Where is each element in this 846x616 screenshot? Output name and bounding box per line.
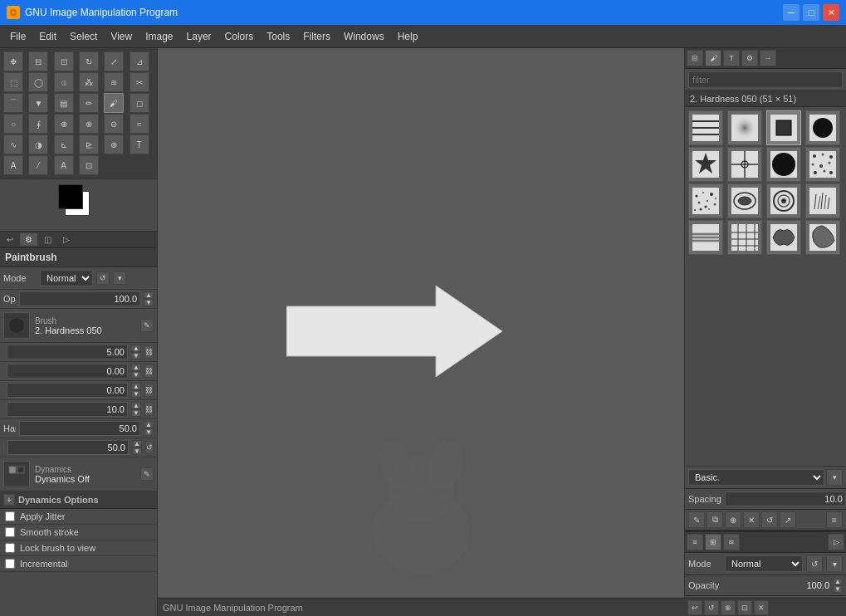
tool-pencil[interactable]: ✏ [79,93,99,113]
brush-cell-org4[interactable] [805,220,840,255]
brush-cell-dots1[interactable] [805,147,840,182]
brush-filter-input[interactable] [688,71,843,88]
mode-down-btn[interactable]: ▾ [113,271,126,285]
rp-tab-icon1[interactable]: ⊟ [687,50,703,66]
tool-gradient[interactable]: ▤ [54,93,74,113]
brush-cell-square[interactable] [766,110,801,145]
brush-cell-xhatch[interactable] [727,220,762,255]
canvas-area[interactable] [158,48,684,616]
rp-mode-undo[interactable]: ↺ [806,555,823,572]
smooth-stroke-checkbox[interactable] [5,527,15,537]
dynamics-preview[interactable] [3,461,30,487]
tool-measure[interactable]: ⊾ [54,134,74,154]
aspect-down[interactable]: ▼ [131,371,141,379]
rp-menu-btn[interactable]: ≡ [826,511,843,528]
force-up[interactable]: ▲ [132,440,142,447]
rp-tab-arrow[interactable]: → [760,50,776,66]
rp-refresh-btn[interactable]: ↺ [761,511,778,528]
tool-zoom[interactable]: ⊕ [104,134,124,154]
menu-view[interactable]: View [104,27,139,46]
rs-btn1[interactable]: ↩ [687,600,702,615]
tool-perspective[interactable]: ⊿ [130,51,149,71]
brush-cell-hard-lg[interactable] [766,147,801,182]
menu-select[interactable]: Select [63,27,104,46]
foreground-color[interactable] [58,184,83,209]
size-link-btn[interactable]: ⛓ [144,345,154,359]
tool-align[interactable]: ⊟ [28,51,48,71]
size-down[interactable]: ▼ [131,352,141,359]
menu-windows[interactable]: Windows [337,27,391,46]
rp-mode-down[interactable]: ▾ [826,555,843,572]
maximize-button[interactable]: □ [803,4,819,21]
spacing-link-btn[interactable]: ⛓ [144,403,154,416]
dynamics-options-add[interactable]: + [3,494,15,506]
tool-a4[interactable]: ⊡ [79,155,99,175]
tool-ink[interactable]: ∮ [28,114,48,134]
tool-rect-select[interactable]: ⬚ [3,72,23,92]
tool-select-by-color[interactable]: ≋ [104,72,124,92]
aspect-up[interactable]: ▲ [131,364,141,371]
close-button[interactable]: ✕ [823,4,839,21]
rp-tab-text[interactable]: T [723,50,740,66]
rp-delete-btn[interactable]: ✕ [743,511,760,528]
incremental-checkbox[interactable] [5,559,15,569]
tool-a2[interactable]: ∕ [28,155,48,175]
tool-blur-sharpen[interactable]: ≈ [130,114,149,134]
brush-cell-star[interactable] [688,147,723,182]
hardness-down[interactable]: ▼ [144,428,154,436]
rp-tab-brushes[interactable]: 🖌 [705,50,721,66]
tool-scissors[interactable]: ✂ [130,72,149,92]
menu-file[interactable]: File [3,27,32,46]
aspect-input[interactable] [7,364,128,379]
force-reset-btn[interactable]: ↺ [145,441,154,454]
rp-s2-tab2[interactable]: ⊞ [705,534,721,550]
angle-down[interactable]: ▼ [131,390,141,398]
rp-tab-gear[interactable]: ⚙ [741,50,758,66]
tool-heal[interactable]: ⊗ [79,114,99,134]
minimize-button[interactable]: ─ [783,4,800,21]
lock-brush-checkbox[interactable] [5,543,15,553]
tool-airbrush[interactable]: ○ [3,114,23,134]
rp-preset-chevron[interactable]: ▾ [826,469,843,486]
tool-scale[interactable]: ⤢ [104,51,124,71]
rp-s2-tab3[interactable]: ≋ [723,534,740,550]
rs-btn2[interactable]: ↺ [704,600,719,615]
rp-s2-tab1[interactable]: ≡ [687,534,703,550]
menu-edit[interactable]: Edit [32,27,63,46]
menu-image[interactable]: Image [139,27,179,46]
menu-tools[interactable]: Tools [260,27,296,46]
mode-undo-btn[interactable]: ↺ [96,271,110,285]
tool-dodge-burn[interactable]: ◑ [28,134,48,154]
tool-rotate[interactable]: ↻ [79,51,99,71]
rs-btn3[interactable]: ⊕ [721,600,736,615]
menu-layer[interactable]: Layer [180,27,218,46]
menu-filters[interactable]: Filters [296,27,337,46]
rp-opacity-up[interactable]: ▲ [833,578,843,585]
tab-undo[interactable]: ↩ [2,233,18,246]
rp-mode-select[interactable]: Normal [725,555,803,572]
brush-cell-scatter[interactable] [688,183,723,218]
size-input[interactable] [7,345,128,359]
opacity-down[interactable]: ▼ [144,299,154,306]
brush-edit-btn[interactable]: ✎ [140,319,154,332]
opacity-input[interactable] [19,291,140,306]
tool-ellipse-select[interactable]: ◯ [28,72,48,92]
menu-colors[interactable]: Colors [218,27,261,46]
brush-cell-blur[interactable] [727,110,762,145]
tool-paintbrush[interactable]: 🖌 [104,93,124,113]
rp-export-btn[interactable]: ↗ [780,511,796,528]
tool-smudge[interactable]: ∿ [3,134,23,154]
brush-preset-select[interactable]: Basic. [688,469,824,486]
tool-crop[interactable]: ⊡ [54,51,74,71]
rp-spacing-input[interactable] [725,491,846,506]
brush-cell-hlines2[interactable] [688,220,723,255]
brush-cell-org1[interactable] [727,183,762,218]
tool-clone[interactable]: ⊕ [54,114,74,134]
rp-copy-btn[interactable]: ⊕ [725,511,741,528]
dynamics-edit-btn[interactable]: ✎ [140,467,154,481]
tool-eraser[interactable]: ◻ [130,93,149,113]
rp-duplicate-btn[interactable]: ⧉ [707,511,723,528]
spacing-up[interactable]: ▲ [131,402,141,409]
angle-input[interactable] [7,383,128,398]
tool-a1[interactable]: A [3,155,23,175]
